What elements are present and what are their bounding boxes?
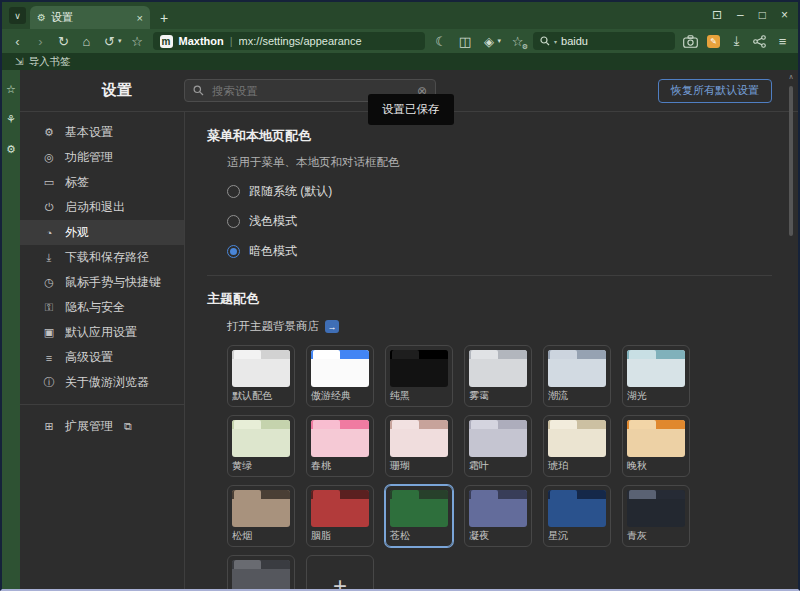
scrollbar[interactable]: ∧ [786, 73, 796, 586]
share-icon[interactable] [753, 35, 766, 48]
theme-name: 潮流 [548, 390, 606, 402]
mini-program-button[interactable]: ◈ ▾ [481, 34, 501, 49]
quick-search-box[interactable]: ▾ baidu [533, 32, 675, 50]
sidebar-item-downloads[interactable]: ⤓ 下载和保存路径 [20, 245, 184, 270]
open-store-icon[interactable]: → [325, 320, 339, 333]
sidebar-item-features[interactable]: ◎ 功能管理 [20, 145, 184, 170]
favorites-manager-button[interactable]: ☆ ⚙ [510, 34, 525, 49]
color-mode-option-1[interactable]: 浅色模式 [227, 213, 772, 230]
sidebar-item-tabs[interactable]: ▭ 标签 [20, 170, 184, 195]
sidebar-item-label: 默认应用设置 [65, 324, 137, 341]
sidebar-item-startup[interactable]: ⏻ 启动和退出 [20, 195, 184, 220]
browser-window: ∨ ⚙ 设置 × + ⊡ – □ × ‹ › ↻ ⌂ ↺ ▾ ☆ m Maxth… [0, 0, 800, 591]
theme-heading: 主题配色 [207, 290, 772, 308]
swatch-tab [629, 420, 656, 429]
download-icon[interactable]: ⤓ [729, 33, 744, 49]
scroll-up-icon[interactable]: ∧ [788, 73, 793, 81]
toolbar: ‹ › ↻ ⌂ ↺ ▾ ☆ m Maxthon | mx://settings/… [2, 29, 798, 53]
theme-tile-15[interactable]: 凝夜 [464, 485, 532, 547]
theme-name: 默认配色 [232, 390, 290, 402]
undo-button[interactable]: ↺ ▾ [102, 34, 122, 49]
theme-swatch [390, 420, 448, 457]
color-mode-option-2[interactable]: 暗色模式 [227, 243, 772, 260]
minimize-button[interactable]: – [737, 8, 744, 22]
color-mode-radio-group: 跟随系统 (默认) 浅色模式 暗色模式 [207, 183, 772, 260]
add-favorite-button[interactable]: ☆ [130, 34, 145, 49]
color-mode-option-0[interactable]: 跟随系统 (默认) [227, 183, 772, 200]
download-path-icon: ⤓ [42, 251, 56, 264]
maxnote-flower-icon[interactable]: ⚘ [6, 113, 16, 126]
theme-tile-14[interactable]: 苍松 [385, 485, 453, 547]
import-bookmarks-button[interactable]: 导入书签 [28, 55, 70, 69]
theme-tile-17[interactable]: 青灰 [622, 485, 690, 547]
radio-icon[interactable] [227, 215, 240, 228]
theme-tile-13[interactable]: 胭脂 [306, 485, 374, 547]
theme-tile-2[interactable]: 纯黑 [385, 345, 453, 407]
address-bar[interactable]: m Maxthon | mx://settings/appearance [153, 32, 426, 50]
new-tab-button[interactable]: + [160, 11, 168, 25]
read-aloud-icon[interactable]: ☾ [433, 34, 448, 49]
theme-store-row: 打开主题背景商店 → [227, 319, 772, 334]
theme-grid: 默认配色 傲游经典 纯黑 雾霭 潮流 湖光 [227, 345, 772, 589]
chevron-down-icon[interactable]: ▾ [554, 38, 557, 45]
sidebar-item-default-apps[interactable]: ▣ 默认应用设置 [20, 320, 184, 345]
sidebar-item-appearance[interactable]: ◔ 外观 [20, 220, 184, 245]
theme-tile-11[interactable]: 晚秋 [622, 415, 690, 477]
sidebar-item-gestures[interactable]: ◷ 鼠标手势与快捷键 [20, 270, 184, 295]
theme-swatch [311, 490, 369, 527]
star-icon[interactable]: ☆ [6, 83, 16, 96]
refresh-button[interactable]: ↻ [56, 34, 71, 49]
theme-tile-16[interactable]: 星沉 [543, 485, 611, 547]
theme-tile-5[interactable]: 湖光 [622, 345, 690, 407]
sidebar-item-about[interactable]: ⓘ 关于傲游浏览器 [20, 370, 184, 395]
add-theme-tile[interactable]: + [306, 555, 374, 589]
screenshot-camera-icon[interactable] [683, 35, 698, 48]
theme-tile-10[interactable]: 琥珀 [543, 415, 611, 477]
theme-tile-8[interactable]: 珊瑚 [385, 415, 453, 477]
split-screen-icon[interactable]: ◫ [457, 34, 472, 49]
sidebar-item-extensions[interactable]: ⊞ 扩展管理 ⧉ [20, 414, 184, 439]
swatch-tab [234, 560, 261, 569]
tab-close-icon[interactable]: × [137, 12, 143, 24]
search-engine-value: baidu [561, 35, 588, 47]
scrollbar-thumb[interactable] [789, 86, 793, 236]
swatch-tab [550, 490, 577, 499]
settings-page: 设置 ⊗ 恢复所有默认设置 ⚙ 基本设置 ◎ 功能管理 ▭ 标签 ⏻ [20, 70, 798, 589]
swatch-tab [392, 350, 419, 359]
theme-tile-9[interactable]: 霜叶 [464, 415, 532, 477]
sidebar-item-label: 鼠标手势与快捷键 [65, 274, 161, 291]
back-button[interactable]: ‹ [10, 34, 25, 49]
forward-button[interactable]: › [33, 34, 48, 49]
theme-swatch [627, 350, 685, 387]
tab-list-button[interactable]: ∨ [9, 7, 26, 24]
theme-name: 纯黑 [390, 390, 448, 402]
maxnote-icon[interactable]: ✎ [707, 35, 720, 48]
sidebar-item-label: 基本设置 [65, 124, 113, 141]
radio-icon[interactable] [227, 245, 240, 258]
theme-tile-7[interactable]: 春桃 [306, 415, 374, 477]
theme-tile-1[interactable]: 傲游经典 [306, 345, 374, 407]
main-menu-icon[interactable]: ≡ [775, 34, 790, 49]
theme-tile-18[interactable]: 暗夜 [227, 555, 295, 589]
theme-tile-4[interactable]: 潮流 [543, 345, 611, 407]
sidebar-item-advanced[interactable]: ≡ 高级设置 [20, 345, 184, 370]
lock-icon: ⚿ [42, 301, 56, 314]
boss-key-icon[interactable]: ⊡ [712, 8, 722, 22]
theme-tile-6[interactable]: 黄绿 [227, 415, 295, 477]
home-button[interactable]: ⌂ [79, 34, 94, 49]
restore-defaults-button[interactable]: 恢复所有默认设置 [658, 79, 772, 103]
theme-tile-0[interactable]: 默认配色 [227, 345, 295, 407]
theme-tile-12[interactable]: 松烟 [227, 485, 295, 547]
close-button[interactable]: × [781, 8, 788, 22]
chevron-down-icon[interactable]: ▾ [118, 37, 122, 45]
swatch-tab [471, 490, 498, 499]
theme-store-link[interactable]: 打开主题背景商店 [227, 319, 319, 334]
radio-icon[interactable] [227, 185, 240, 198]
gear-icon: ⚙ [42, 126, 56, 139]
sidebar-item-basic[interactable]: ⚙ 基本设置 [20, 120, 184, 145]
tab-settings[interactable]: ⚙ 设置 × [30, 6, 150, 29]
theme-tile-3[interactable]: 雾霭 [464, 345, 532, 407]
gear-icon[interactable]: ⚙ [6, 143, 16, 156]
sidebar-item-privacy[interactable]: ⚿ 隐私与安全 [20, 295, 184, 320]
maximize-button[interactable]: □ [759, 8, 766, 22]
